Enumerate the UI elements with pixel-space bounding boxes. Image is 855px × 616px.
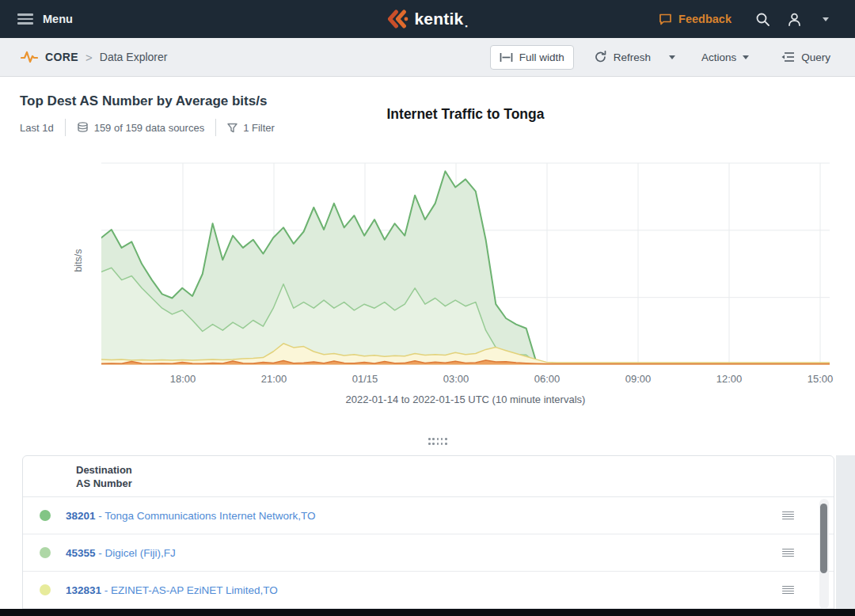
brand-trademark-dot: ▪ [465, 22, 467, 30]
table-row[interactable]: 45355 - Digicel (Fiji),FJ [23, 534, 834, 572]
breadcrumb-page: Data Explorer [100, 51, 168, 63]
table-row[interactable]: 132831 - EZINET-AS-AP EziNET Limited,TO [23, 572, 834, 609]
table-scrollbar-thumb[interactable] [820, 504, 827, 573]
breadcrumb-section[interactable]: CORE [45, 51, 78, 63]
as-link[interactable]: 45355 - Digicel (Fiji),FJ [66, 547, 176, 559]
refresh-icon [594, 51, 607, 63]
time-range-chip[interactable]: Last 1d [20, 122, 65, 134]
series-color-dot [40, 510, 51, 521]
series-color-dot [40, 584, 51, 595]
search-icon [755, 12, 770, 27]
as-link[interactable]: 38201 - Tonga Communications Internet Ne… [66, 510, 315, 522]
x-axis-tick-label: 03:00 [443, 373, 469, 385]
filter-icon [227, 123, 238, 133]
table-header: Destination AS Number [23, 456, 834, 497]
person-icon [787, 12, 802, 27]
filters-chip[interactable]: 1 Filter [216, 122, 286, 134]
menu-button[interactable]: Menu [17, 13, 73, 25]
traffic-area-chart[interactable] [101, 162, 830, 367]
user-menu-caret[interactable] [814, 7, 838, 31]
actions-button[interactable]: Actions [693, 46, 758, 69]
series-color-dot [40, 547, 51, 558]
query-button[interactable]: Query [772, 46, 839, 69]
brand-text: kentik [414, 10, 463, 29]
hamburger-icon [17, 13, 33, 25]
x-axis-ticks: 18:0021:0001/1503:0006:0009:0012:0015:00 [101, 373, 830, 386]
actions-label: Actions [701, 51, 736, 63]
table-row[interactable]: 38201 - Tonga Communications Internet Ne… [23, 497, 834, 534]
menu-label: Menu [43, 13, 73, 25]
row-menu-icon[interactable] [782, 511, 794, 520]
row-menu-icon[interactable] [782, 549, 794, 557]
row-menu-icon[interactable] [782, 586, 794, 595]
x-axis-caption: 2022-01-14 to 2022-01-15 UTC (10 minute … [346, 394, 586, 405]
top-navbar: Menu kentik ▪ Feedback [0, 0, 855, 38]
x-axis-tick-label: 18:00 [170, 373, 196, 385]
filters-label: 1 Filter [243, 122, 275, 134]
full-width-label: Full width [519, 51, 564, 63]
time-range-label: Last 1d [20, 122, 54, 134]
as-link[interactable]: 132831 - EZINET-AS-AP EziNET Limited,TO [66, 584, 278, 596]
speech-bubble-icon [659, 13, 672, 25]
x-axis-tick-label: 01/15 [352, 373, 378, 385]
chevron-down-icon [669, 55, 675, 59]
refresh-label: Refresh [614, 51, 651, 63]
x-axis-tick-label: 12:00 [716, 373, 743, 385]
column-header-line1: Destination [76, 463, 834, 477]
user-menu-button[interactable] [782, 7, 806, 31]
breadcrumb: CORE > Data Explorer [21, 49, 167, 65]
y-axis-label: bits/s [73, 249, 84, 272]
results-table: Destination AS Number 38201 - Tonga Comm… [22, 455, 834, 610]
x-axis-tick-label: 09:00 [625, 373, 652, 385]
feedback-label: Feedback [678, 13, 732, 25]
kentik-chevrons-icon [387, 10, 408, 29]
refresh-button[interactable]: Refresh [585, 45, 659, 69]
x-axis-tick-label: 15:00 [808, 373, 834, 385]
search-button[interactable] [750, 7, 774, 31]
kentik-logo: kentik ▪ [387, 0, 467, 38]
full-width-button[interactable]: Full width [490, 45, 574, 70]
feedback-button[interactable]: Feedback [659, 13, 732, 25]
right-gutter [836, 455, 855, 610]
x-axis-tick-label: 06:00 [534, 373, 560, 385]
panel-resize-handle[interactable] [428, 437, 448, 446]
database-icon [77, 122, 89, 134]
refresh-dropdown-caret[interactable] [664, 50, 680, 65]
breadcrumb-separator: > [86, 51, 93, 64]
query-label: Query [801, 51, 830, 63]
data-sources-chip[interactable]: 159 of 159 data sources [66, 122, 216, 134]
panel-title: Top Dest AS Number by Average bits/s [20, 93, 267, 109]
x-axis-tick-label: 21:00 [261, 373, 287, 385]
pulse-icon [21, 49, 38, 65]
data-sources-label: 159 of 159 data sources [94, 122, 205, 134]
bottom-letterbox-bar [0, 609, 855, 616]
chevron-down-icon [823, 17, 829, 21]
chevron-down-icon [743, 55, 749, 59]
core-toolbar: CORE > Data Explorer Full width Refresh … [0, 38, 855, 77]
query-sidebar-icon [781, 51, 795, 63]
column-header-line2: AS Number [76, 477, 834, 490]
full-width-icon [500, 52, 513, 63]
panel-meta-row: Last 1d 159 of 159 data sources 1 Filter [20, 119, 286, 136]
chart-title: Internet Traffic to Tonga [387, 106, 545, 123]
